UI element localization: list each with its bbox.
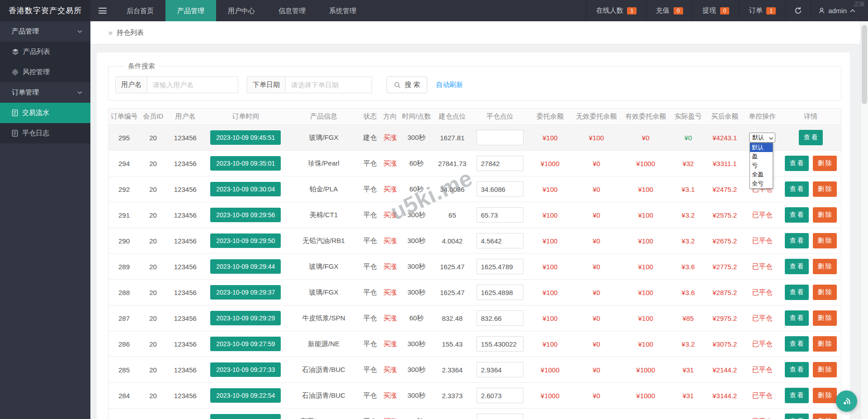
order-time-button[interactable]: 2023-10-09 09:29:29 bbox=[210, 311, 281, 325]
close-point-input[interactable] bbox=[476, 285, 524, 300]
close-point-input[interactable] bbox=[476, 207, 524, 223]
column-header-detail: 详情 bbox=[780, 109, 841, 125]
sidebar-item-1-1[interactable]: 平仓日志 bbox=[0, 123, 90, 143]
order-time-button[interactable]: 2023-10-09 09:29:44 bbox=[210, 259, 281, 274]
username-input[interactable] bbox=[147, 77, 238, 93]
table-row: 287201234562023-10-09 09:29:29牛皮纸浆/SPN平仓… bbox=[108, 305, 841, 331]
order-time-button[interactable]: 2023-10-09 09:45:51 bbox=[210, 130, 281, 145]
sidebar-item-0-0[interactable]: 产品列表 bbox=[0, 42, 90, 62]
search-button[interactable]: 搜 索 bbox=[387, 76, 427, 93]
view-button[interactable]: 查看 bbox=[799, 130, 823, 145]
order-time-button[interactable]: 2023-10-09 09:35:01 bbox=[210, 156, 281, 171]
order-time-button[interactable]: 2023-10-09 09:21:20 bbox=[210, 414, 281, 419]
nav-item-0[interactable]: 后台首页 bbox=[115, 0, 165, 21]
delete-button[interactable]: 删除 bbox=[813, 336, 837, 352]
refresh-button[interactable] bbox=[785, 0, 811, 21]
nav-stat-3[interactable]: 订单1 bbox=[739, 0, 785, 21]
close-point-input[interactable] bbox=[476, 388, 524, 403]
order-time-button[interactable]: 2023-10-09 09:22:54 bbox=[210, 388, 281, 403]
order-time-button[interactable]: 2023-10-09 09:27:33 bbox=[210, 362, 281, 377]
column-header-invalid-entrust: 无效委托余额 bbox=[572, 109, 621, 125]
control-option-1[interactable]: 盈 bbox=[750, 152, 773, 161]
view-button[interactable]: 查看 bbox=[785, 362, 809, 377]
delete-button[interactable]: 删除 bbox=[813, 156, 837, 171]
cell-post-balance: ¥3075.2 bbox=[706, 331, 744, 357]
view-button[interactable]: 查看 bbox=[785, 414, 809, 419]
sidebar-group-1[interactable]: 订单管理 bbox=[0, 82, 90, 103]
nav-item-1[interactable]: 产品管理 bbox=[165, 0, 216, 21]
view-button[interactable]: 查看 bbox=[785, 156, 809, 171]
table-row: 294201234562023-10-09 09:35:01珍珠/Pearl平仓… bbox=[108, 151, 841, 176]
column-header-close-point: 平仓点位 bbox=[472, 109, 528, 125]
cell-control: 已平仓 bbox=[744, 357, 780, 383]
control-option-0[interactable]: 默认 bbox=[750, 143, 773, 152]
view-button[interactable]: 查看 bbox=[785, 336, 809, 352]
cell-username: 123456 bbox=[166, 176, 204, 202]
delete-button[interactable]: 删除 bbox=[813, 388, 837, 403]
scrollbar-thumb[interactable] bbox=[862, 25, 867, 104]
nav-stat-1[interactable]: 充值0 bbox=[646, 0, 693, 21]
auto-refresh-link[interactable]: 自动刷新 bbox=[436, 81, 463, 89]
sidebar-item-1-0[interactable]: 交易流水 bbox=[0, 103, 90, 123]
cell-detail: 查看删除 bbox=[780, 228, 841, 254]
control-option-2[interactable]: 亏 bbox=[750, 161, 773, 170]
delete-button[interactable]: 删除 bbox=[813, 207, 837, 223]
close-point-input[interactable] bbox=[476, 336, 524, 352]
nav-item-3[interactable]: 信息管理 bbox=[267, 0, 317, 21]
view-button[interactable]: 查看 bbox=[785, 207, 809, 223]
cell-detail: 查看删除 bbox=[780, 305, 841, 331]
delete-button[interactable]: 删除 bbox=[813, 310, 837, 326]
scrollbar-track[interactable] bbox=[860, 21, 868, 419]
close-point-input[interactable] bbox=[476, 156, 524, 171]
control-option-4[interactable]: 全亏 bbox=[750, 179, 773, 188]
close-point-input[interactable] bbox=[476, 414, 524, 419]
view-button[interactable]: 查看 bbox=[785, 181, 809, 197]
cell-valid-entrust: ¥100 bbox=[621, 202, 671, 228]
close-point-input[interactable] bbox=[476, 233, 524, 248]
delete-button[interactable]: 删除 bbox=[813, 259, 837, 274]
username-label: 用户名 bbox=[116, 77, 147, 93]
sidebar-item-0-1[interactable]: 风控管理 bbox=[0, 62, 90, 82]
close-point-input[interactable] bbox=[476, 310, 524, 326]
cell-username: 123456 bbox=[166, 125, 204, 151]
cell-username: 123456 bbox=[166, 409, 204, 419]
delete-button[interactable]: 删除 bbox=[813, 414, 837, 419]
order-time-button[interactable]: 2023-10-09 09:29:37 bbox=[210, 285, 281, 300]
cell-detail: 查看删除 bbox=[780, 383, 841, 409]
view-button[interactable]: 查看 bbox=[785, 233, 809, 248]
close-point-input[interactable] bbox=[476, 362, 524, 377]
order-time-button[interactable]: 2023-10-09 09:29:50 bbox=[210, 233, 281, 248]
cell-order-time: 2023-10-09 09:45:51 bbox=[204, 125, 288, 151]
nav-stat-0[interactable]: 在线人数1 bbox=[586, 0, 646, 21]
delete-button[interactable]: 删除 bbox=[813, 181, 837, 197]
view-button[interactable]: 查看 bbox=[785, 259, 809, 274]
sidebar-group-label: 订单管理 bbox=[12, 88, 39, 97]
nav-stat-2[interactable]: 提现0 bbox=[693, 0, 739, 21]
control-option-3[interactable]: 全盈 bbox=[750, 170, 773, 179]
sidebar-group-0[interactable]: 产品管理 bbox=[0, 21, 90, 42]
delete-button[interactable]: 删除 bbox=[813, 285, 837, 300]
close-point-input[interactable] bbox=[476, 130, 524, 145]
view-button[interactable]: 查看 bbox=[785, 285, 809, 300]
cell-entrust-balance: ¥100 bbox=[528, 202, 572, 228]
delete-button[interactable]: 删除 bbox=[813, 233, 837, 248]
order-date-input[interactable] bbox=[286, 77, 372, 93]
delete-button[interactable]: 删除 bbox=[813, 362, 837, 377]
cell-status: 建仓 bbox=[360, 125, 380, 151]
view-button[interactable]: 查看 bbox=[785, 388, 809, 403]
support-sound-icon bbox=[841, 395, 853, 407]
view-button[interactable]: 查看 bbox=[785, 310, 809, 326]
sidebar-toggle-button[interactable] bbox=[90, 0, 115, 21]
order-time-button[interactable]: 2023-10-09 09:30:04 bbox=[210, 182, 281, 196]
control-select[interactable]: 默认 bbox=[749, 133, 775, 143]
order-time-button[interactable]: 2023-10-09 09:29:56 bbox=[210, 208, 281, 222]
nav-item-2[interactable]: 用户中心 bbox=[216, 0, 267, 21]
close-point-input[interactable] bbox=[476, 181, 524, 197]
positions-table: 订单编号会员ID用户名订单时间产品信息状态方向时间/点数建仓点位平仓点位委托余额… bbox=[108, 108, 841, 419]
nav-item-4[interactable]: 系统管理 bbox=[317, 0, 368, 21]
order-time-button[interactable]: 2023-10-09 09:27:59 bbox=[210, 337, 281, 351]
cell-entrust-balance: ¥100 bbox=[528, 176, 572, 202]
close-point-input[interactable] bbox=[476, 259, 524, 274]
cell-order-time: 2023-10-09 09:30:04 bbox=[204, 176, 288, 202]
support-float-button[interactable] bbox=[836, 390, 857, 412]
